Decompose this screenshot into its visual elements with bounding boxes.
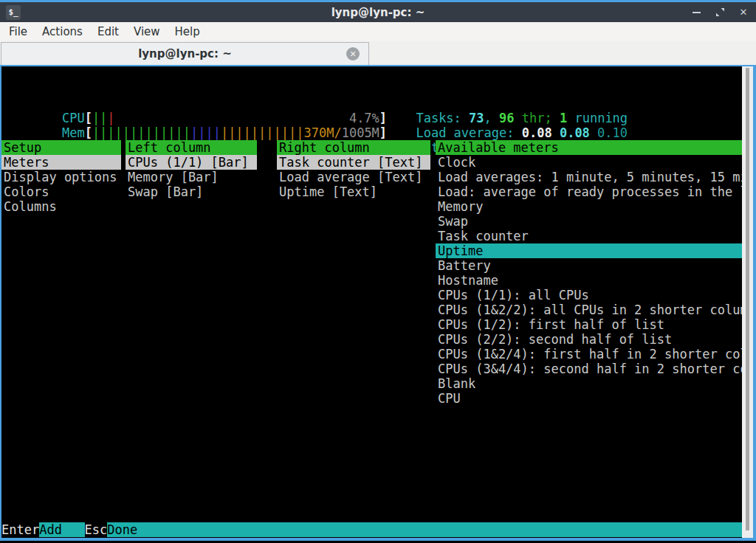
panel-items: ClockLoad averages: 1 minute, 5 minutes,…: [436, 155, 742, 406]
panel-item[interactable]: CPUs (2/2): second half of list: [436, 332, 742, 347]
panel-item[interactable]: Uptime: [436, 243, 742, 258]
menu-item[interactable]: View: [126, 22, 168, 41]
stat-segment: 0.08: [522, 125, 560, 140]
close-icon: ✕: [349, 49, 356, 59]
stat-segment: thr;: [515, 111, 560, 125]
setup-panel: Right column Task counter [Text]Load ave…: [277, 140, 430, 199]
function-bar: Enter Add Esc Done: [1, 522, 742, 537]
panel-items: Task counter [Text]Load average [Text]Up…: [277, 155, 430, 199]
terminal-window: CPU[||| 4.7%] Mem[||||||||||||||||||||||…: [0, 65, 756, 541]
panel-item[interactable]: Uptime [Text]: [277, 184, 430, 199]
panel-item[interactable]: CPUs (1/1): all CPUs: [436, 288, 742, 302]
panel-item[interactable]: Blank: [436, 376, 742, 391]
stat-segment: 96: [499, 111, 514, 125]
tab-title: lynp@lyn-pc: ~: [138, 47, 232, 60]
panel-item[interactable]: Memory: [436, 199, 742, 214]
panel-item[interactable]: Load average [Text]: [277, 170, 430, 184]
menu-item[interactable]: Actions: [35, 22, 90, 41]
panel-item[interactable]: Swap: [436, 214, 742, 229]
panel-item[interactable]: Load averages: 1 minute, 5 minutes, 15 m…: [436, 170, 742, 184]
meter-segment: [: [85, 125, 92, 140]
panel-item[interactable]: Task counter [Text]: [277, 155, 430, 170]
setup-panel: Setup MetersDisplay optionsColorsColumns: [1, 140, 121, 214]
fn-label-add[interactable]: Add: [39, 522, 84, 537]
menu-item[interactable]: Edit: [90, 22, 126, 41]
terminal-app-icon: $_: [6, 5, 21, 20]
menubar: FileActionsEditViewHelp: [0, 22, 756, 41]
stat-segment: Load average:: [416, 125, 521, 140]
panel-header: Left column: [126, 140, 257, 155]
window-controls: ✕: [690, 6, 750, 19]
panel-item[interactable]: Columns: [1, 199, 121, 214]
meter-segment: |||||||||||||: [92, 125, 190, 140]
stat-segment: running: [567, 111, 628, 125]
cpu-meter: CPU[||| 4.7%]: [1, 81, 387, 96]
tasks-counter: Tasks: 73, 96 thr; 1 running: [371, 81, 628, 96]
meter-segment: 370M/: [303, 125, 341, 140]
setup-panels: Setup MetersDisplay optionsColorsColumns…: [1, 140, 742, 538]
stat-segment: 0.08: [560, 125, 597, 140]
minimize-button[interactable]: [690, 6, 703, 19]
panel-item[interactable]: Meters: [1, 155, 121, 170]
scrollbar-thumb[interactable]: [746, 68, 749, 530]
panel-item[interactable]: CPUs (1/2): first half of list: [436, 317, 742, 332]
panel-item[interactable]: Swap [Bar]: [126, 184, 257, 199]
fn-key-esc[interactable]: Esc: [85, 522, 108, 537]
window-title: lynp@lyn-pc: ~: [0, 6, 756, 19]
panel-item[interactable]: Colors: [1, 184, 121, 199]
meter-segment: |: [107, 111, 114, 125]
meter-segment: [115, 111, 349, 125]
panel-item[interactable]: Load: average of ready processes in the …: [436, 184, 742, 199]
meter-segment: Mem: [62, 125, 85, 140]
panel-header: Right column: [277, 140, 430, 155]
htop-setup-screen: CPU[||| 4.7%] Mem[||||||||||||||||||||||…: [1, 66, 742, 538]
panel-item[interactable]: Memory [Bar]: [126, 170, 257, 184]
fn-key-enter[interactable]: Enter: [1, 522, 39, 537]
stat-segment: 73: [469, 111, 484, 125]
meter-segment: CPU: [62, 111, 85, 125]
panel-item[interactable]: Hostname: [436, 273, 742, 288]
panel-item[interactable]: Display options: [1, 170, 121, 184]
fn-label-done[interactable]: Done: [107, 522, 742, 537]
meter-segment: |||||||||||: [221, 125, 304, 140]
tab-close-button[interactable]: ✕: [346, 47, 360, 60]
tab-bar: lynp@lyn-pc: ~ ✕: [0, 41, 756, 65]
meter-segment: [: [85, 111, 92, 125]
maximize-button[interactable]: [713, 6, 726, 19]
header-meters: CPU[||| 4.7%] Mem[||||||||||||||||||||||…: [1, 81, 387, 125]
tab-terminal[interactable]: lynp@lyn-pc: ~ ✕: [1, 42, 369, 65]
stat-segment: ,: [484, 111, 499, 125]
panel-item[interactable]: CPUs (1/1) [Bar]: [126, 155, 257, 170]
panel-items: CPUs (1/1) [Bar]Memory [Bar]Swap [Bar]: [126, 155, 257, 199]
panel-item[interactable]: Battery: [436, 258, 742, 273]
menu-item[interactable]: Help: [168, 22, 207, 41]
stat-segment: 1: [560, 111, 567, 125]
panel-item[interactable]: CPUs (3&4/4): second half in 2 shorter c…: [436, 362, 742, 376]
panel-header: Available meters: [436, 140, 742, 155]
titlebar: $_ lynp@lyn-pc: ~ ✕: [0, 2, 756, 22]
panel-header: Setup: [1, 140, 121, 155]
meter-segment: ||||: [190, 125, 221, 140]
panel-item[interactable]: CPUs (1&2/4): first half in 2 shorter co…: [436, 347, 742, 362]
minimize-icon: [693, 12, 701, 13]
panel-item[interactable]: CPU: [436, 391, 742, 406]
meter-segment: ||: [92, 111, 107, 125]
maximize-icon: [715, 7, 725, 17]
setup-panel: Left column CPUs (1/1) [Bar]Memory [Bar]…: [126, 140, 257, 199]
close-button[interactable]: ✕: [737, 6, 750, 19]
stat-segment: 0.10: [597, 125, 628, 140]
panel-item[interactable]: CPUs (1&2/2): all CPUs in 2 shorter colu…: [436, 302, 742, 317]
panel-item[interactable]: Task counter: [436, 229, 742, 243]
panel-items: MetersDisplay optionsColorsColumns: [1, 155, 121, 214]
panel-item[interactable]: Clock: [436, 155, 742, 170]
scrollbar[interactable]: [742, 66, 753, 538]
menu-item[interactable]: File: [1, 22, 35, 41]
header-stats: Tasks: 73, 96 thr; 1 running Load averag…: [371, 81, 628, 125]
setup-panel: Available meters ClockLoad averages: 1 m…: [436, 140, 742, 406]
